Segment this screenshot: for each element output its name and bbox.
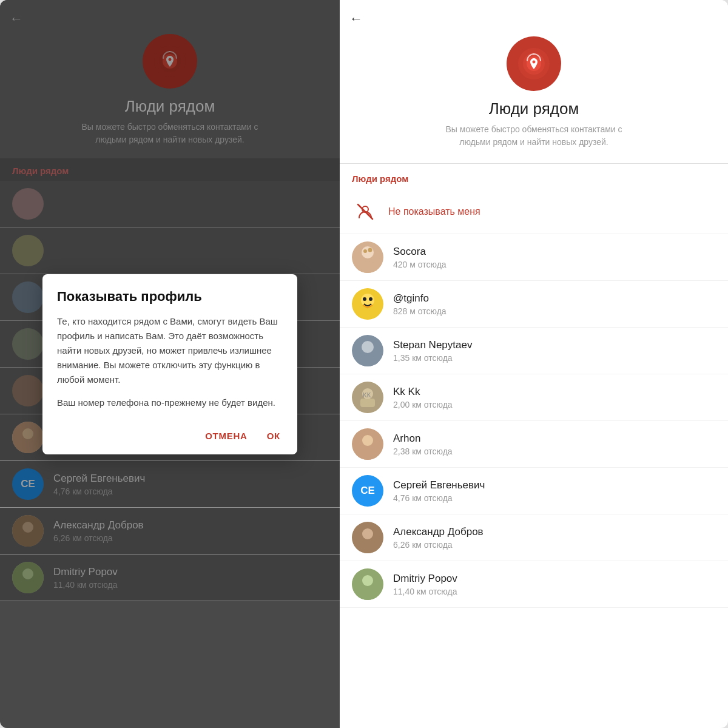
item-name-tginfo: @tginfo — [393, 292, 447, 305]
right-section-header: Люди рядом — [340, 164, 728, 190]
right-panel-subtitle: Вы можете быстро обменяться контактами с… — [431, 123, 637, 149]
item-distance-right-sergey: 4,76 км отсюда — [393, 493, 485, 503]
svg-rect-30 — [360, 399, 375, 407]
right-list-item-kk[interactable]: KK Kk Kk 2,00 км отсюда — [340, 374, 728, 421]
item-name-right-dmitriy: Dmitriy Popov — [393, 573, 457, 585]
right-list-item-tginfo[interactable]: @tginfo 828 м отсюда — [340, 281, 728, 328]
right-list-item-socora[interactable]: Socora 420 м отсюда — [340, 234, 728, 281]
avatar-right-arhon — [352, 428, 383, 460]
avatar-right-alex — [352, 522, 383, 553]
right-list: Socora 420 м отсюда @tginfo 828 м отсюда… — [340, 234, 728, 608]
item-distance-right-arhon: 2,38 км отсюда — [393, 447, 453, 456]
not-show-label: Не показывать меня — [388, 206, 480, 217]
right-location-pulse-icon — [517, 47, 550, 80]
item-distance-stepan: 1,35 км отсюда — [393, 353, 472, 363]
not-show-icon — [352, 198, 379, 225]
item-name-stepan: Stepan Nepytaev — [393, 339, 472, 351]
item-name-right-sergey: Сергей Евгеньевич — [393, 479, 485, 491]
svg-point-34 — [362, 435, 373, 446]
right-panel: ← Люди рядом Вы можете быстро обменяться… — [340, 0, 728, 728]
avatar-socora — [352, 241, 383, 273]
right-back-button[interactable]: ← — [349, 11, 363, 27]
avatar-tginfo — [352, 288, 383, 320]
svg-point-19 — [363, 249, 367, 253]
svg-point-25 — [369, 297, 372, 301]
svg-point-27 — [362, 341, 374, 353]
right-list-item-stepan[interactable]: Stepan Nepytaev 1,35 км отсюда — [340, 328, 728, 374]
item-name-kk: Kk Kk — [393, 386, 453, 398]
right-list-item-sergey[interactable]: CE Сергей Евгеньевич 4,76 км отсюда — [340, 468, 728, 514]
avatar-right-dmitriy — [352, 568, 383, 600]
right-list-item-arhon[interactable]: Arhon 2,38 км отсюда — [340, 421, 728, 468]
dialog-cancel-button[interactable]: ОТМЕНА — [203, 427, 250, 445]
dialog-overlay: Показывать профиль Те, кто находится ряд… — [0, 0, 340, 728]
right-list-item-dmitriy[interactable]: Dmitriy Popov 11,40 км отсюда — [340, 561, 728, 608]
dialog: Показывать профиль Те, кто находится ряд… — [42, 274, 297, 454]
svg-text:KK: KK — [363, 392, 371, 399]
item-name-socora: Socora — [393, 246, 447, 258]
svg-point-18 — [362, 246, 374, 258]
dialog-body-2: Ваш номер телефона по-прежнему не будет … — [57, 396, 283, 410]
dialog-title: Показывать профиль — [57, 289, 283, 305]
item-name-right-alex: Александр Добров — [393, 526, 484, 538]
svg-point-40 — [362, 575, 373, 586]
avatar-right-sergey: CE — [352, 475, 383, 507]
svg-point-24 — [363, 297, 366, 301]
item-name-right-arhon: Arhon — [393, 433, 453, 445]
dialog-ok-button[interactable]: ОК — [265, 427, 283, 445]
right-list-item-alex[interactable]: Александр Добров 6,26 км отсюда — [340, 514, 728, 561]
dialog-body-1: Те, кто находится рядом с Вами, смогут в… — [57, 314, 283, 387]
right-panel-header: Люди рядом Вы можете быстро обменяться к… — [340, 0, 728, 164]
dialog-actions: ОТМЕНА ОК — [57, 422, 283, 445]
item-distance-kk: 2,00 км отсюда — [393, 400, 453, 410]
avatar-stepan — [352, 335, 383, 366]
left-panel: ← Люди рядом Вы можете быстро обм — [0, 0, 340, 728]
item-distance-right-dmitriy: 11,40 км отсюда — [393, 587, 457, 596]
right-location-icon-wrap — [507, 36, 561, 91]
item-distance-tginfo: 828 м отсюда — [393, 306, 447, 316]
item-distance-right-alex: 6,26 км отсюда — [393, 540, 484, 550]
item-distance-socora: 420 м отсюда — [393, 260, 447, 269]
svg-point-37 — [362, 528, 373, 539]
not-show-me-item[interactable]: Не показывать меня — [340, 190, 728, 234]
avatar-kk: KK — [352, 382, 383, 413]
svg-point-20 — [368, 248, 372, 252]
right-panel-title: Люди рядом — [489, 99, 579, 118]
